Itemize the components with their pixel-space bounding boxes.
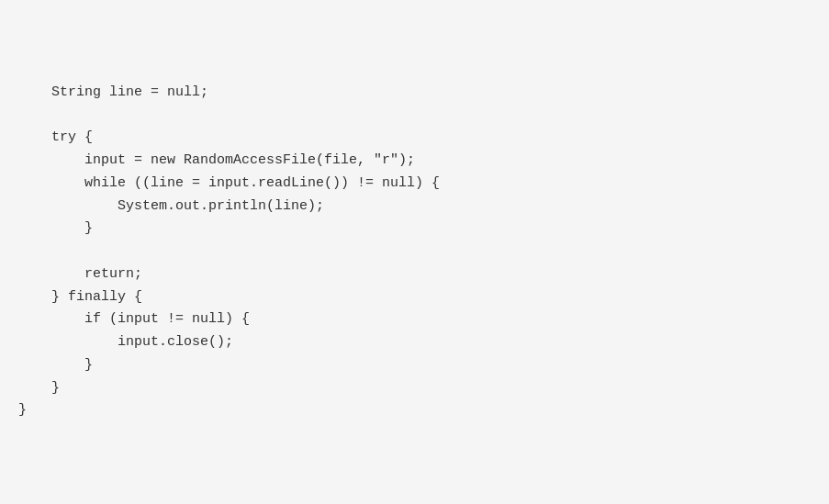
code-container: String line = null; try { input = new Ra…	[0, 0, 829, 504]
code-line: if (input != null) {	[18, 308, 801, 331]
code-line: input = new RandomAccessFile(file, "r");	[18, 150, 801, 173]
code-line: }	[18, 377, 801, 400]
code-line	[18, 241, 801, 263]
code-line: }	[18, 218, 801, 241]
code-line: input.close();	[18, 331, 801, 354]
code-line: }	[18, 354, 801, 377]
code-line	[18, 105, 801, 128]
code-line: while ((line = input.readLine()) != null…	[18, 173, 801, 196]
code-line: String line = null;	[18, 82, 801, 105]
code-line: try {	[18, 127, 801, 150]
code-block: String line = null; try { input = new Ra…	[18, 82, 801, 422]
code-line: System.out.println(line);	[18, 196, 801, 218]
code-line: }	[18, 399, 801, 422]
code-line: } finally {	[18, 286, 801, 309]
code-line: return;	[18, 263, 801, 286]
